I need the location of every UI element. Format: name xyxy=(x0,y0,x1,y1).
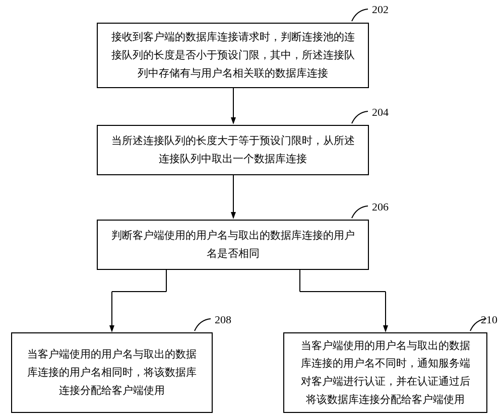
step-box-202: 接收到客户端的数据库连接请求时，判断连接池的连接队列的长度是否小于预设门限，其中… xyxy=(97,23,369,88)
branch-arrows xyxy=(0,270,504,335)
step-label-210: 210 xyxy=(481,313,497,326)
step-text-206: 判断客户端使用的用户名与取出的数据库连接的用户名是否相同 xyxy=(110,227,356,262)
step-label-208: 208 xyxy=(215,313,231,326)
step-box-206: 判断客户端使用的用户名与取出的数据库连接的用户名是否相同 xyxy=(97,220,369,270)
arrow-204-206 xyxy=(231,175,236,221)
label-tick-206 xyxy=(348,203,372,221)
svg-marker-1 xyxy=(231,117,236,124)
svg-marker-7 xyxy=(109,325,114,332)
step-label-202: 202 xyxy=(372,3,389,16)
label-tick-202 xyxy=(348,6,372,24)
step-text-208: 当客户端使用的用户名与取出的数据库连接的用户名相同时，将该数据库连接分配给客户端… xyxy=(24,345,200,399)
arrow-202-204 xyxy=(231,88,236,126)
svg-marker-3 xyxy=(231,212,236,219)
step-box-208: 当客户端使用的用户名与取出的数据库连接的用户名相同时，将该数据库连接分配给客户端… xyxy=(11,332,213,413)
step-text-204: 当所述连接队列的长度大于等于预设门限时，从所述连接队列中取出一个数据库连接 xyxy=(110,132,356,168)
step-text-210: 当客户端使用的用户名与取出的数据库连接的用户名不同时，通知服务端对客户端进行认证… xyxy=(296,337,474,409)
step-box-210: 当客户端使用的用户名与取出的数据库连接的用户名不同时，通知服务端对客户端进行认证… xyxy=(283,332,487,413)
label-tick-208 xyxy=(191,316,215,334)
flowchart-diagram: 202 接收到客户端的数据库连接请求时，判断连接池的连接队列的长度是否小于预设门… xyxy=(0,0,504,420)
step-label-206: 206 xyxy=(372,200,389,214)
svg-marker-11 xyxy=(383,325,388,332)
step-text-202: 接收到客户端的数据库连接请求时，判断连接池的连接队列的长度是否小于预设门限，其中… xyxy=(110,28,356,82)
step-label-204: 204 xyxy=(372,106,389,119)
step-box-204: 当所述连接队列的长度大于等于预设门限时，从所述连接队列中取出一个数据库连接 xyxy=(97,125,369,175)
label-tick-204 xyxy=(348,108,372,126)
